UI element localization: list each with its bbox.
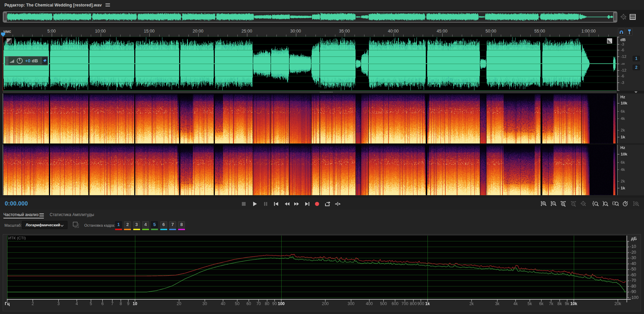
- hold-color-bar-1: [115, 229, 122, 230]
- playhead-caret[interactable]: [1, 32, 5, 37]
- zoom-out-vertical-button[interactable]: [549, 199, 558, 208]
- overview-right-handle[interactable]: [613, 12, 617, 22]
- gain-knob-icon[interactable]: [16, 57, 23, 65]
- snap-toggle-button[interactable]: [618, 28, 625, 36]
- time-display[interactable]: 0:00.000: [5, 200, 28, 207]
- db-scale-label: -12: [621, 54, 627, 59]
- hz-scale-title-1: Hz: [620, 95, 625, 99]
- pause-button[interactable]: [261, 199, 270, 208]
- hz-scale-label: 6k: [621, 160, 625, 164]
- copy-frame-button[interactable]: [73, 222, 79, 228]
- skip-to-end-icon: [304, 201, 310, 207]
- divider-grip-dots[interactable]: [320, 91, 333, 93]
- ruler-tick: [540, 33, 540, 37]
- x-tick-label: 4: [76, 301, 78, 306]
- hz-scale-label: 10k: [621, 152, 627, 156]
- hz-scale-label: 10k: [621, 101, 627, 105]
- zoom-time-button[interactable]: [621, 199, 630, 208]
- x-tick-label: 800: [410, 301, 417, 306]
- stop-button[interactable]: [239, 199, 248, 208]
- ruler-tick: [247, 33, 247, 37]
- db-scale-title: dB: [620, 38, 626, 42]
- ruler-time-label: 40:00: [388, 29, 398, 34]
- scale-dropdown[interactable]: Логарифмический: [22, 221, 67, 229]
- hold-button-4[interactable]: 4: [142, 221, 149, 228]
- zoom-in-point-button[interactable]: [591, 199, 600, 208]
- hold-button-5[interactable]: 5: [151, 221, 158, 228]
- x-tick-label: 40: [221, 301, 225, 306]
- spectrogram-canvas-1: [3, 93, 617, 143]
- zoom-in-horizontal-icon: [560, 201, 567, 207]
- play-icon: [252, 201, 258, 207]
- x-tick-label: 6k: [539, 301, 544, 306]
- overview-list-menu-icon[interactable]: [630, 14, 636, 20]
- waveform-display[interactable]: [3, 37, 617, 91]
- play-button[interactable]: [250, 199, 259, 208]
- x-tick-label: 3k: [495, 301, 499, 306]
- ruler-time-label: 30:00: [290, 29, 301, 34]
- x-tick-label: 80: [265, 301, 269, 306]
- hold-button-7[interactable]: 7: [169, 221, 176, 228]
- tab-amplitude-statistics[interactable]: Статистика Амплитуды: [50, 212, 94, 217]
- x-tick-label: 9k: [565, 301, 569, 306]
- fast-forward-button[interactable]: [292, 199, 301, 208]
- hud-gain-value[interactable]: +0: [25, 58, 30, 63]
- x-tick-label: 2: [32, 301, 34, 306]
- spectrogram-channel-1[interactable]: [3, 93, 617, 143]
- hold-color-bar-7: [169, 229, 176, 230]
- hz-scale-label: 6k: [621, 109, 625, 113]
- hud-pin-button[interactable]: [42, 57, 48, 64]
- y-tick-label: -100: [630, 295, 639, 300]
- hold-button-1[interactable]: 1: [115, 221, 122, 228]
- hold-buttons-label: Остановка кадра:: [84, 223, 115, 227]
- y-tick-label: -10: [630, 244, 636, 249]
- y-tick-label: -60: [630, 273, 636, 277]
- zoom-ibeam-button[interactable]: [631, 199, 640, 208]
- x-tick-label: 3: [57, 301, 60, 306]
- zoom-navigate-button[interactable]: [579, 199, 588, 208]
- channel-1-button[interactable]: 1: [633, 56, 640, 61]
- overview-strip[interactable]: [3, 11, 617, 23]
- corner-triangle-right-icon[interactable]: [607, 38, 612, 43]
- zoom-selection-button[interactable]: [611, 199, 620, 208]
- panel-menu-icon[interactable]: [39, 213, 44, 216]
- overview-left-handle[interactable]: [3, 12, 7, 22]
- hold-button-3[interactable]: 3: [133, 221, 140, 228]
- pause-icon: [263, 201, 269, 207]
- x-tick-label: 400: [366, 301, 373, 306]
- marker-button[interactable]: [626, 28, 633, 36]
- hz-scale-label: 1k: [621, 135, 625, 139]
- timeline-ruler[interactable]: чмс 5:0010:0015:0020:0025:0030:0035:0040…: [0, 27, 644, 37]
- skip-to-end-button[interactable]: [303, 199, 312, 208]
- frequency-analysis-panel: Частотный анализ Статистика Амплитуды Ма…: [0, 210, 644, 314]
- hold-button-6[interactable]: 6: [160, 221, 167, 228]
- zoom-out-horizontal-button[interactable]: [569, 199, 578, 208]
- corner-triangle-left-icon[interactable]: [7, 38, 12, 43]
- zoom-in-vertical-button[interactable]: [539, 199, 548, 208]
- hold-button-8[interactable]: 8: [178, 221, 185, 228]
- spectrogram-channel-2[interactable]: [3, 145, 617, 195]
- zoom-in-horizontal-button[interactable]: [559, 199, 568, 208]
- move-playhead-button[interactable]: [333, 199, 342, 208]
- frequency-plot[interactable]: ИТК (CTI) Гц дБ 234567891020304050607080…: [3, 234, 641, 311]
- hold-button-2[interactable]: 2: [124, 221, 131, 228]
- y-tick-label: -40: [630, 261, 636, 266]
- volume-hud[interactable]: +0 dB: [5, 56, 48, 65]
- loop-playback-button[interactable]: [323, 199, 332, 208]
- rewind-icon: [284, 201, 290, 207]
- x-tick-label: 100: [278, 301, 285, 306]
- zoom-out-point-button[interactable]: [600, 199, 609, 208]
- rewind-button[interactable]: [283, 199, 292, 208]
- editor-panel-menu-icon[interactable]: [106, 3, 110, 7]
- overview-navigate-zoom-icon[interactable]: [620, 13, 628, 21]
- skip-to-start-button[interactable]: [272, 199, 281, 208]
- editor-title-bar: Редактор: The Chemical Wedding [restored…: [0, 0, 644, 10]
- hud-grip-handle[interactable]: [6, 56, 8, 65]
- db-scale-label: -∞: [621, 62, 625, 66]
- channel-2-button[interactable]: 2: [633, 65, 640, 70]
- wave-spectral-divider[interactable]: [3, 91, 617, 93]
- x-tick-label: 20k: [615, 301, 621, 306]
- record-button[interactable]: [313, 199, 322, 208]
- divider-chevron-down-icon[interactable]: [634, 91, 638, 93]
- tab-frequency-analysis[interactable]: Частотный анализ: [3, 212, 38, 217]
